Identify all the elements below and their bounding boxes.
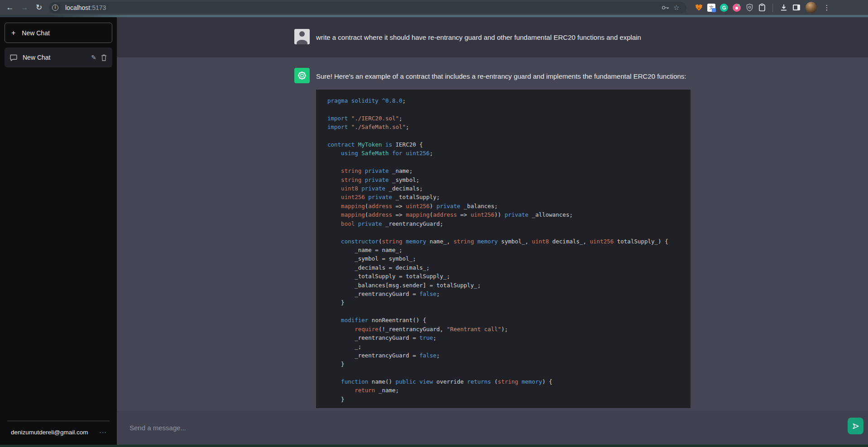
send-button[interactable]	[848, 418, 863, 434]
chat-bubble-icon	[10, 54, 17, 61]
new-chat-button[interactable]: + New Chat	[5, 23, 112, 43]
user-message-row: write a contract where it should have re…	[117, 17, 868, 57]
assistant-intro-text: Sure! Here's an example of a contract th…	[316, 68, 691, 81]
message-input[interactable]	[129, 424, 848, 432]
back-icon[interactable]: ←	[4, 1, 16, 14]
chat-main: write a contract where it should have re…	[117, 17, 868, 445]
composer-bar	[117, 411, 868, 445]
account-row[interactable]: denizumutdereli@gmail.com ···	[7, 421, 110, 445]
address-bar[interactable]: i localhost:5173 ☆	[49, 2, 686, 14]
chat-item-label: New Chat	[23, 54, 86, 61]
page-bottom-strip	[0, 445, 868, 447]
forward-icon[interactable]: →	[18, 1, 31, 14]
url-port: :5173	[90, 4, 106, 11]
grammarly-extension-icon[interactable]: G	[720, 4, 728, 12]
delete-chat-icon[interactable]	[101, 54, 107, 61]
account-menu-icon[interactable]: ···	[99, 428, 107, 436]
password-key-icon[interactable]	[660, 2, 671, 13]
browser-toolbar: ← → ↻ i localhost:5173 ☆ 文 G ⋮	[0, 0, 868, 15]
browser-profile-avatar[interactable]	[806, 2, 817, 13]
new-chat-button-label: New Chat	[22, 29, 49, 37]
url-host: localhost	[65, 4, 90, 11]
translate-extension-icon[interactable]: 文	[707, 4, 715, 12]
bookmark-star-icon[interactable]: ☆	[671, 2, 682, 13]
message-list: write a contract where it should have re…	[117, 17, 868, 411]
metamask-extension-icon[interactable]	[695, 4, 703, 12]
clipboard-extension-icon[interactable]	[758, 4, 766, 12]
user-avatar	[294, 29, 310, 44]
extensions-area: 文 G	[695, 4, 766, 12]
browser-menu-icon[interactable]: ⋮	[820, 1, 833, 14]
sidebar-chat-item[interactable]: New Chat ✎	[5, 48, 112, 67]
assistant-message-row: Sure! Here's an example of a contract th…	[117, 57, 868, 411]
shield-extension-icon[interactable]	[745, 4, 753, 12]
assistant-avatar-icon	[294, 68, 310, 83]
pink-extension-icon[interactable]	[733, 4, 741, 12]
url-text: localhost:5173	[65, 4, 106, 11]
code-block: pragma solidity ^0.8.0; import "./IERC20…	[316, 90, 691, 408]
toolbar-separator	[772, 4, 773, 12]
edit-chat-icon[interactable]: ✎	[91, 54, 96, 61]
reload-icon[interactable]: ↻	[33, 1, 45, 14]
user-message-text: write a contract where it should have re…	[316, 29, 641, 42]
account-email: denizumutdereli@gmail.com	[11, 429, 88, 436]
site-info-button[interactable]: i	[50, 2, 61, 13]
side-panel-icon[interactable]	[791, 2, 802, 13]
plus-icon: +	[11, 29, 15, 37]
info-icon: i	[52, 5, 58, 11]
sidebar: + New Chat New Chat ✎ denizumutdereli@gm…	[0, 17, 117, 445]
downloads-icon[interactable]	[778, 2, 789, 13]
